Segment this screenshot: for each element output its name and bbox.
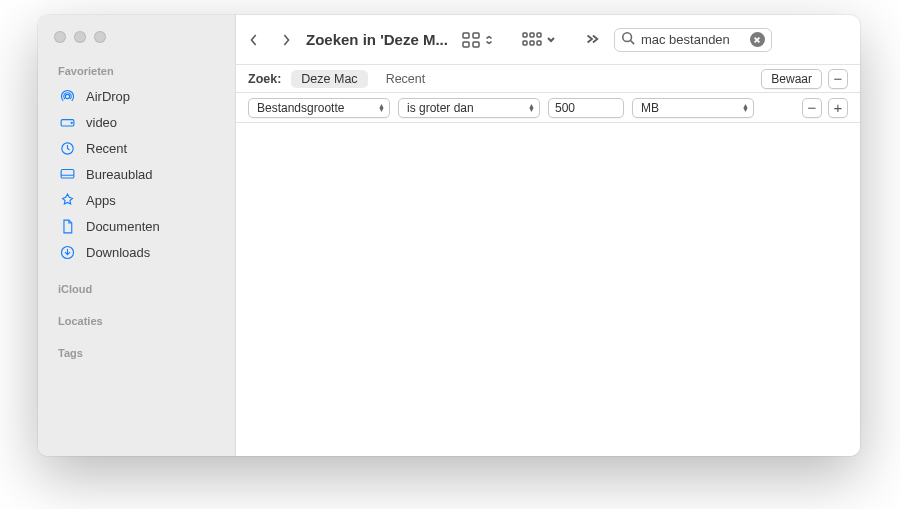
svg-rect-7 (473, 33, 479, 38)
svg-point-2 (71, 122, 72, 123)
clock-icon (58, 139, 76, 157)
sidebar-item-documents[interactable]: Documenten (38, 213, 235, 239)
view-mode-button[interactable] (462, 31, 494, 49)
criteria-remove-button[interactable]: − (802, 98, 822, 118)
zoom-button[interactable] (94, 31, 106, 43)
document-icon (58, 217, 76, 235)
svg-rect-8 (463, 42, 469, 47)
main-pane: Zoeken in 'Deze M... mac bestanden (236, 15, 860, 456)
svg-rect-9 (473, 42, 479, 47)
sidebar: Favorieten AirDrop video Recent Bureaubl… (38, 15, 236, 456)
sidebar-item-recent[interactable]: Recent (38, 135, 235, 161)
search-field[interactable]: mac bestanden (614, 28, 772, 52)
scope-recent[interactable]: Recent (378, 70, 434, 88)
sidebar-item-apps[interactable]: Apps (38, 187, 235, 213)
downloads-icon (58, 243, 76, 261)
close-button[interactable] (54, 31, 66, 43)
criteria-row: Bestandsgrootte ▲▼ is groter dan ▲▼ 500 … (236, 93, 860, 123)
svg-rect-13 (523, 41, 527, 45)
window-title: Zoeken in 'Deze M... (306, 31, 448, 48)
svg-rect-15 (537, 41, 541, 45)
scope-bar: Zoek: Deze Mac Recent Bewaar − (236, 65, 860, 93)
section-tags: Tags (38, 343, 235, 365)
updown-icon: ▲▼ (378, 104, 385, 111)
svg-point-16 (623, 33, 632, 42)
drive-icon (58, 113, 76, 131)
svg-rect-14 (530, 41, 534, 45)
svg-rect-10 (523, 33, 527, 37)
sidebar-item-airdrop[interactable]: AirDrop (38, 83, 235, 109)
select-value: Bestandsgrootte (257, 101, 344, 115)
back-button[interactable] (248, 33, 260, 47)
forward-button[interactable] (280, 33, 292, 47)
input-value: 500 (555, 101, 575, 115)
nav-buttons (248, 33, 292, 47)
view-controls (462, 31, 600, 49)
sidebar-item-label: Downloads (86, 245, 150, 260)
apps-icon (58, 191, 76, 209)
svg-rect-4 (61, 169, 74, 178)
sidebar-item-label: AirDrop (86, 89, 130, 104)
airdrop-icon (58, 87, 76, 105)
criteria-attribute-select[interactable]: Bestandsgrootte ▲▼ (248, 98, 390, 118)
finder-window: Favorieten AirDrop video Recent Bureaubl… (38, 15, 860, 456)
minimize-button[interactable] (74, 31, 86, 43)
sidebar-item-label: Documenten (86, 219, 160, 234)
section-locations: Locaties (38, 311, 235, 333)
select-value: is groter dan (407, 101, 474, 115)
section-icloud: iCloud (38, 279, 235, 301)
select-value: MB (641, 101, 659, 115)
updown-icon: ▲▼ (742, 104, 749, 111)
sidebar-item-label: video (86, 115, 117, 130)
svg-point-0 (65, 94, 69, 98)
updown-icon: ▲▼ (528, 104, 535, 111)
desktop-icon (58, 165, 76, 183)
svg-rect-11 (530, 33, 534, 37)
sidebar-item-desktop[interactable]: Bureaublad (38, 161, 235, 187)
criteria-unit-select[interactable]: MB ▲▼ (632, 98, 754, 118)
scope-label: Zoek: (248, 72, 281, 86)
search-icon (621, 31, 635, 48)
results-area (236, 123, 860, 456)
toolbar-overflow-button[interactable] (584, 31, 600, 49)
search-text: mac bestanden (641, 32, 744, 47)
criteria-value-input[interactable]: 500 (548, 98, 624, 118)
sidebar-item-video[interactable]: video (38, 109, 235, 135)
svg-rect-6 (463, 33, 469, 38)
criteria-operator-select[interactable]: is groter dan ▲▼ (398, 98, 540, 118)
save-search-button[interactable]: Bewaar (761, 69, 822, 89)
remove-criteria-button[interactable]: − (828, 69, 848, 89)
sidebar-item-label: Apps (86, 193, 116, 208)
sidebar-item-label: Recent (86, 141, 127, 156)
svg-rect-12 (537, 33, 541, 37)
clear-search-button[interactable] (750, 32, 765, 47)
group-by-button[interactable] (522, 31, 556, 49)
toolbar: Zoeken in 'Deze M... mac bestanden (236, 15, 860, 65)
scope-this-mac[interactable]: Deze Mac (291, 70, 367, 88)
section-favorites: Favorieten (38, 61, 235, 83)
criteria-add-button[interactable]: + (828, 98, 848, 118)
window-controls (38, 25, 235, 61)
sidebar-item-label: Bureaublad (86, 167, 153, 182)
sidebar-item-downloads[interactable]: Downloads (38, 239, 235, 265)
